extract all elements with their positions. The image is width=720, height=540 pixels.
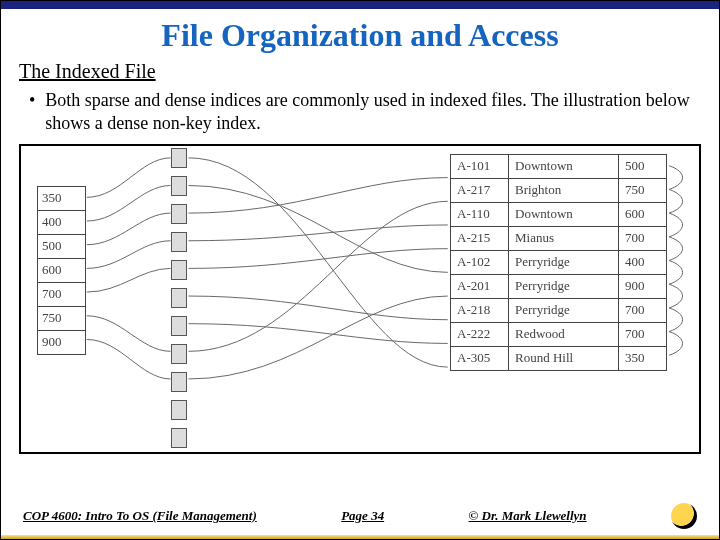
bucket-box <box>171 232 187 252</box>
bal-cell: 600 <box>619 202 667 226</box>
bucket-box <box>171 260 187 280</box>
table-row: 500 <box>38 234 86 258</box>
bucket-box <box>171 400 187 420</box>
branch-cell: Downtown <box>509 202 619 226</box>
table-row: 400 <box>38 210 86 234</box>
acct-cell: A-218 <box>451 298 509 322</box>
branch-cell: Brighton <box>509 178 619 202</box>
acct-cell: A-217 <box>451 178 509 202</box>
bullet-text: Both sparse and dense indices are common… <box>45 89 691 136</box>
bucket-box <box>171 316 187 336</box>
bal-cell: 400 <box>619 250 667 274</box>
bullet-dot: • <box>29 89 35 136</box>
bal-cell: 750 <box>619 178 667 202</box>
records-table: A-101Downtown500 A-217Brighton750 A-110D… <box>450 154 667 371</box>
bal-cell: 700 <box>619 298 667 322</box>
bottom-accent-bar <box>1 535 719 539</box>
bucket-box <box>171 176 187 196</box>
acct-cell: A-101 <box>451 154 509 178</box>
index-cell: 600 <box>38 258 86 282</box>
branch-cell: Round Hill <box>509 346 619 370</box>
table-row: 350 <box>38 186 86 210</box>
index-cell: 700 <box>38 282 86 306</box>
index-cell: 900 <box>38 330 86 354</box>
table-row: A-101Downtown500 <box>451 154 667 178</box>
acct-cell: A-305 <box>451 346 509 370</box>
bucket-box <box>171 204 187 224</box>
table-row: 900 <box>38 330 86 354</box>
table-row: A-215Mianus700 <box>451 226 667 250</box>
index-table: 350 400 500 600 700 750 900 <box>37 186 86 355</box>
top-accent-bar <box>1 1 719 9</box>
table-row: 700 <box>38 282 86 306</box>
table-row: A-305Round Hill350 <box>451 346 667 370</box>
bucket-box <box>171 344 187 364</box>
bal-cell: 700 <box>619 322 667 346</box>
branch-cell: Mianus <box>509 226 619 250</box>
footer-author: © Dr. Mark Llewellyn <box>469 508 587 523</box>
page-title: File Organization and Access <box>1 9 719 60</box>
bucket-box <box>171 372 187 392</box>
index-cell: 500 <box>38 234 86 258</box>
index-diagram: 350 400 500 600 700 750 900 A-101Downtow… <box>19 144 701 454</box>
bal-cell: 350 <box>619 346 667 370</box>
bucket-box <box>171 288 187 308</box>
index-cell: 400 <box>38 210 86 234</box>
bucket-box <box>171 148 187 168</box>
acct-cell: A-215 <box>451 226 509 250</box>
slide: File Organization and Access The Indexed… <box>0 0 720 540</box>
table-row: A-201Perryridge900 <box>451 274 667 298</box>
table-row: A-110Downtown600 <box>451 202 667 226</box>
table-row: 750 <box>38 306 86 330</box>
branch-cell: Redwood <box>509 322 619 346</box>
branch-cell: Perryridge <box>509 274 619 298</box>
ucf-logo-icon <box>671 503 697 529</box>
bullet-list: • Both sparse and dense indices are comm… <box>1 89 719 144</box>
footer-page: Page 34 <box>341 508 384 523</box>
acct-cell: A-102 <box>451 250 509 274</box>
section-subtitle: The Indexed File <box>1 60 719 89</box>
acct-cell: A-110 <box>451 202 509 226</box>
bullet-item: • Both sparse and dense indices are comm… <box>29 89 691 136</box>
bucket-box <box>171 428 187 448</box>
branch-cell: Perryridge <box>509 250 619 274</box>
table-row: A-102Perryridge400 <box>451 250 667 274</box>
footer: COP 4600: Intro To OS (File Management) … <box>1 503 719 529</box>
index-cell: 350 <box>38 186 86 210</box>
bal-cell: 700 <box>619 226 667 250</box>
acct-cell: A-201 <box>451 274 509 298</box>
table-row: A-222Redwood700 <box>451 322 667 346</box>
footer-course: COP 4600: Intro To OS (File Management) <box>23 508 257 523</box>
acct-cell: A-222 <box>451 322 509 346</box>
bal-cell: 500 <box>619 154 667 178</box>
branch-cell: Downtown <box>509 154 619 178</box>
branch-cell: Perryridge <box>509 298 619 322</box>
bal-cell: 900 <box>619 274 667 298</box>
table-row: A-217Brighton750 <box>451 178 667 202</box>
table-row: A-218Perryridge700 <box>451 298 667 322</box>
index-cell: 750 <box>38 306 86 330</box>
table-row: 600 <box>38 258 86 282</box>
